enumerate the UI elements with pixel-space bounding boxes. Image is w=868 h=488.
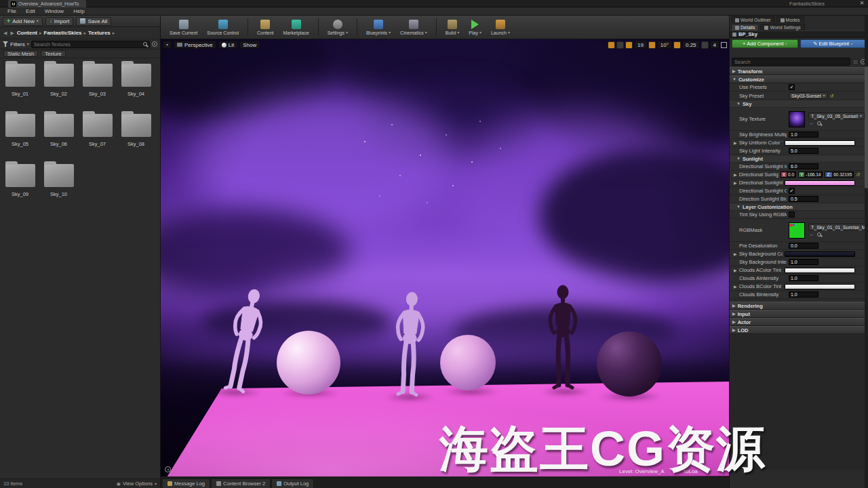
rotation-z-input[interactable]: Z:60.32195 <box>825 171 854 178</box>
scale-snap-value[interactable]: 0.25 <box>682 41 700 49</box>
viewport-options-button[interactable]: ▾ <box>163 41 172 49</box>
breadcrumb-content[interactable]: Content <box>17 30 37 36</box>
camera-speed-icon[interactable] <box>701 41 709 49</box>
filter-funnel-icon[interactable] <box>3 41 8 47</box>
grid-snap-value[interactable]: 19 <box>634 41 647 49</box>
rotation-snap-icon[interactable] <box>648 41 656 49</box>
clouds-b-color-swatch[interactable] <box>785 284 855 289</box>
sky-texture-dropdown[interactable]: T_Sky_03_05_Sunset ▾ <box>808 113 865 119</box>
menu-file[interactable]: File <box>3 8 21 14</box>
lock-filter-icon[interactable] <box>152 41 157 47</box>
folder-tile[interactable]: Sky_10 <box>39 161 78 210</box>
cinematics-button[interactable]: Cinematics▾ <box>397 17 431 38</box>
perspective-dropdown[interactable]: Perspective <box>174 41 216 49</box>
clouds-a-color-swatch[interactable] <box>785 268 855 273</box>
clouds-a-intensity-input[interactable]: 1.0 <box>789 275 818 281</box>
add-component-button[interactable]: + Add Component ▾ <box>732 39 798 48</box>
clouds-b-intensity-input[interactable]: 1.0 <box>789 291 818 298</box>
browse-to-asset-icon[interactable] <box>817 121 821 125</box>
section-customize[interactable]: ▼ Customize <box>730 75 868 83</box>
folder-tile[interactable]: Sky_01 <box>1 60 39 110</box>
show-dropdown[interactable]: Show <box>239 41 260 49</box>
asset-search-input[interactable] <box>34 41 142 47</box>
translate-tool-icon[interactable] <box>616 41 624 49</box>
reset-to-default-icon[interactable]: ↺ <box>830 94 834 98</box>
subsection-layer-customization[interactable]: ▼ Layer Customization <box>730 203 868 211</box>
surface-snap-icon[interactable] <box>608 41 615 49</box>
tab-modes[interactable]: Modes <box>776 16 804 23</box>
property-matrix-icon[interactable] <box>852 59 859 65</box>
scrollbar-thumb[interactable] <box>865 66 868 188</box>
section-rendering[interactable]: ▶ Rendering <box>730 302 868 310</box>
nav-back-icon[interactable]: ◀ <box>3 30 7 36</box>
folder-tile[interactable]: Sky_04 <box>117 60 155 110</box>
source-control-button[interactable]: Source Control <box>203 17 242 38</box>
import-button[interactable]: ↓ Import <box>45 17 74 26</box>
folder-tile[interactable]: Sky_09 <box>1 161 39 210</box>
use-selected-asset-icon[interactable]: ← <box>810 232 814 237</box>
sky-uniform-color-swatch[interactable] <box>785 140 855 146</box>
lit-mode-dropdown[interactable]: Lit <box>218 41 237 49</box>
build-button[interactable]: Build▾ <box>442 17 463 38</box>
menu-edit[interactable]: Edit <box>21 8 40 14</box>
sky-brightness-input[interactable]: 1.0 <box>789 131 818 138</box>
settings-button[interactable]: Settings▾ <box>324 17 351 38</box>
section-lod[interactable]: ▶ LOD <box>730 326 868 334</box>
folder-tile[interactable]: Sky_03 <box>78 60 117 110</box>
rgbmask-dropdown[interactable]: T_Sky_01_01_Sunrise_Mask ▾ <box>808 224 868 230</box>
save-current-button[interactable]: Save Current <box>166 17 201 38</box>
reset-to-default-icon[interactable]: ↺ <box>856 172 860 177</box>
rotation-y-input[interactable]: Y-166.14 <box>798 171 823 178</box>
tab-world-outliner[interactable]: World Outliner <box>731 16 775 23</box>
dir-sunlight-bloom-input[interactable]: 0.5 <box>789 196 818 202</box>
marketplace-button[interactable]: Marketplace <box>279 17 312 38</box>
save-all-button[interactable]: Save All <box>76 17 111 26</box>
document-tab[interactable]: U Overview_Advanced_HowTo <box>8 0 86 7</box>
maximize-icon[interactable] <box>721 42 727 48</box>
edit-blueprint-button[interactable]: ✎ Edit Blueprint ▾ <box>800 39 867 48</box>
tint-sky-rgbm-checkbox[interactable] <box>789 211 795 218</box>
rotation-snap-value[interactable]: 10° <box>657 41 672 49</box>
use-selected-asset-icon[interactable]: ← <box>810 121 814 125</box>
add-new-button[interactable]: + Add New ▾ <box>3 17 43 26</box>
filters-label[interactable]: Filters <box>10 41 25 47</box>
content-button[interactable]: Content <box>254 17 277 38</box>
menu-help[interactable]: Help <box>68 8 89 14</box>
use-presets-checkbox[interactable]: ✓ <box>789 84 795 90</box>
sky-bg-intensity-input[interactable]: 1.0 <box>789 259 818 265</box>
world-compass-icon[interactable] <box>165 466 171 472</box>
browse-to-asset-icon[interactable] <box>817 232 821 237</box>
filter-chip-texture[interactable]: Texture <box>41 50 66 57</box>
sky-bg-color-swatch[interactable] <box>785 251 855 257</box>
launch-button[interactable]: Launch▾ <box>488 17 513 38</box>
play-button[interactable]: Play▾ <box>465 17 485 38</box>
details-search-input[interactable] <box>734 59 848 65</box>
dir-sunlight-cast-checkbox[interactable]: ✓ <box>789 188 795 194</box>
tab-content-browser-2[interactable]: Content Browser 2 <box>211 479 271 488</box>
pre-desaturation-input[interactable]: 0.0 <box>789 243 818 249</box>
close-icon[interactable]: ✕ <box>858 0 866 6</box>
viewport-3d-scene[interactable] <box>161 39 729 476</box>
breadcrumb-textures[interactable]: Textures <box>88 30 111 36</box>
tab-output-log[interactable]: Output Log <box>271 479 314 488</box>
dir-sunlight-intensity-input[interactable]: 6.0 <box>789 163 818 169</box>
subsection-sky[interactable]: ▼ Sky <box>730 100 868 108</box>
sky-light-intensity-input[interactable]: 5.0 <box>789 148 818 154</box>
sky-texture-thumbnail[interactable] <box>789 111 805 127</box>
sky-preset-dropdown[interactable]: Sky03-Sunset ▾ <box>789 92 828 99</box>
folder-tile[interactable]: Sky_05 <box>1 110 39 160</box>
section-input[interactable]: ▶ Input <box>730 310 868 318</box>
folder-tile[interactable]: Sky_07 <box>78 110 117 160</box>
tab-message-log[interactable]: Message Log <box>162 479 210 488</box>
filter-chip-static-mesh[interactable]: Static Mesh <box>3 50 38 57</box>
subsection-sunlight[interactable]: ▼ Sunlight <box>730 155 868 163</box>
rgbmask-thumbnail[interactable] <box>789 222 805 239</box>
grid-snap-icon[interactable] <box>625 41 633 49</box>
menu-window[interactable]: Window <box>40 8 68 14</box>
rotation-x-input[interactable]: X0.0 <box>781 171 796 178</box>
view-options-button[interactable]: ◉ View Options ▾ <box>117 481 157 487</box>
dir-sunlight-color-swatch[interactable] <box>785 180 855 186</box>
tab-details[interactable]: Details <box>731 24 759 30</box>
folder-tile[interactable]: Sky_06 <box>39 110 78 160</box>
folder-tile[interactable]: Sky_08 <box>117 110 155 160</box>
